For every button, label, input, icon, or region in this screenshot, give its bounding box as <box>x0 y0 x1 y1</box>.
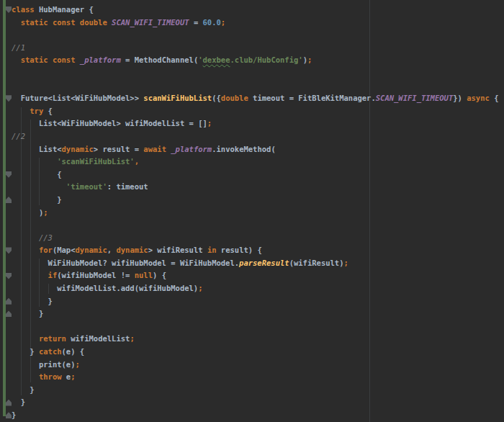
fold-expand-icon[interactable] <box>6 400 12 406</box>
code-token <box>12 18 21 27</box>
code-line[interactable]: List<dynamic> result = await _platform.i… <box>12 143 498 156</box>
code-token: class <box>12 5 39 14</box>
code-token: = <box>189 18 203 27</box>
code-token: ; <box>207 119 212 127</box>
code-line[interactable]: //1 <box>12 42 498 55</box>
code-token: 60.0 <box>203 18 221 27</box>
code-token: catch <box>39 347 62 356</box>
code-token: ; <box>71 372 75 381</box>
fold-expand-icon[interactable] <box>6 412 12 418</box>
code-token: = MethodChannel( <box>121 55 198 64</box>
code-line[interactable]: //2 <box>12 130 498 143</box>
code-line[interactable]: return wifiModelList; <box>12 333 498 346</box>
code-token: async <box>467 94 490 102</box>
code-line[interactable]: } <box>12 384 498 397</box>
fold-collapse-icon[interactable] <box>6 171 12 178</box>
code-token: (e) { <box>62 347 85 356</box>
code-line[interactable]: static const _platform = MethodChannel('… <box>12 54 498 67</box>
code-line[interactable]: for(Map<dynamic, dynamic> wifiResult in … <box>12 244 498 257</box>
code-line[interactable]: 'timeout': timeout <box>12 181 498 194</box>
code-token: (Map< <box>53 246 76 254</box>
code-line[interactable] <box>12 80 498 93</box>
code-line[interactable]: print(e); <box>12 359 498 372</box>
code-token: }) <box>453 94 467 102</box>
code-line[interactable]: } catch(e) { <box>12 346 498 359</box>
code-token: } <box>12 385 35 394</box>
code-token: //1 <box>12 43 25 52</box>
code-line[interactable]: } <box>12 396 498 409</box>
code-line[interactable]: List<WiFiHubModel> wifiModelList = []; <box>12 117 498 130</box>
code-token: wifiModelList <box>66 334 130 343</box>
code-token: , <box>135 157 139 166</box>
code-token: dynamic <box>76 246 107 254</box>
code-token: HubManager { <box>39 5 94 14</box>
code-line[interactable]: 'scanWiFiHubList', <box>12 156 498 169</box>
code-token: , <box>107 246 117 254</box>
code-line[interactable]: //3 <box>12 232 498 245</box>
code-token: } <box>12 309 43 318</box>
fold-expand-icon[interactable] <box>6 310 12 317</box>
code-token: in <box>207 246 217 254</box>
code-token <box>12 157 57 166</box>
code-line[interactable]: } <box>12 409 498 422</box>
fold-collapse-icon[interactable] <box>6 247 12 253</box>
code-token: { <box>12 170 62 179</box>
code-token: SCAN_WIFI_TIMEOUT <box>112 18 189 27</box>
code-line[interactable]: WiFiHubModel? wifiHubModel = WiFiHubMode… <box>12 257 498 270</box>
code-token: double <box>221 94 248 102</box>
code-token: : timeout <box>107 182 148 191</box>
code-line[interactable]: { <box>12 169 498 181</box>
code-line[interactable]: class HubManager { <box>12 4 498 17</box>
code-token: { <box>43 107 53 115</box>
code-line[interactable] <box>12 29 498 42</box>
fold-collapse-icon[interactable] <box>6 6 12 13</box>
code-token <box>12 55 21 64</box>
code-token: > result = <box>94 145 144 153</box>
code-line[interactable] <box>12 67 498 80</box>
code-token: List<WiFiHubModel> wifiModelList = [] <box>12 119 207 127</box>
code-line[interactable]: if(wifiHubModel != null) { <box>12 269 498 282</box>
code-editor[interactable]: class HubManager { static const double S… <box>0 0 504 422</box>
fold-expand-icon[interactable] <box>6 298 12 305</box>
code-line[interactable] <box>12 320 498 333</box>
code-line[interactable]: } <box>12 307 498 320</box>
code-line[interactable]: static const double SCAN_WIFI_TIMEOUT = … <box>12 17 498 30</box>
code-token: ; <box>221 18 225 27</box>
code-area[interactable]: class HubManager { static const double S… <box>12 4 498 422</box>
code-token: } <box>12 195 62 204</box>
code-token: for <box>39 246 53 254</box>
code-line[interactable]: Future<List<WiFiHubModel>> scanWiFiHubLi… <box>12 92 498 105</box>
code-token: ; <box>198 284 202 292</box>
code-token: if <box>48 271 58 279</box>
vcs-change-bar <box>3 0 6 416</box>
code-token: _platform <box>171 145 212 153</box>
code-token: //2 <box>12 132 25 140</box>
fold-collapse-icon[interactable] <box>6 273 12 279</box>
code-line[interactable]: ); <box>12 207 498 220</box>
code-token: .club/HubConfig' <box>230 55 302 64</box>
code-line[interactable]: try { <box>12 105 498 118</box>
code-line[interactable]: } <box>12 295 498 308</box>
code-line[interactable] <box>12 219 498 232</box>
code-token: print(e) <box>12 360 76 369</box>
code-token: List< <box>12 145 62 153</box>
code-token: > wifiResult <box>148 246 207 254</box>
code-token: static const double <box>21 18 112 27</box>
code-token: dynamic <box>62 145 94 153</box>
code-token: parseResult <box>239 259 289 267</box>
code-token: ; <box>130 334 134 343</box>
code-line[interactable]: } <box>12 194 498 207</box>
code-token: (wifiResult) <box>289 259 344 267</box>
code-token: 'timeout' <box>66 182 107 191</box>
fold-expand-icon[interactable] <box>6 197 12 203</box>
code-token: } <box>12 297 53 305</box>
fold-collapse-icon[interactable] <box>6 95 12 102</box>
code-token <box>12 182 66 191</box>
code-line[interactable]: wifiModelList.add(wifiHubModel); <box>12 282 498 295</box>
code-token: //3 <box>39 233 53 242</box>
code-line[interactable]: throw e; <box>12 371 498 384</box>
code-token: wifiModelList.add(wifiHubModel) <box>12 284 198 292</box>
code-token: dynamic <box>116 246 148 254</box>
code-token: dexbee <box>203 55 230 64</box>
code-token: ; <box>76 360 80 369</box>
